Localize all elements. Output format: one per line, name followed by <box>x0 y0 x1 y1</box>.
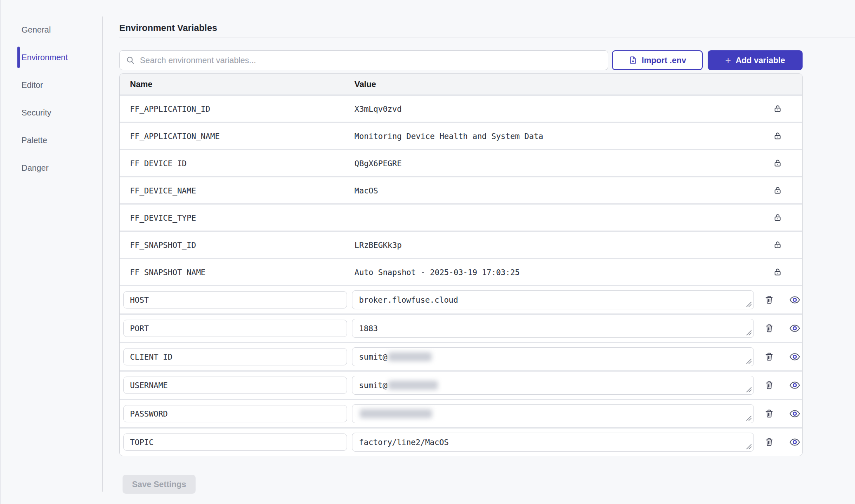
resize-handle-icon[interactable] <box>746 415 752 421</box>
lock-icon <box>773 267 782 277</box>
trash-icon <box>764 323 774 333</box>
trash-icon <box>764 380 774 390</box>
table-header: Name Value <box>120 74 802 94</box>
sidebar-item-palette[interactable]: Palette <box>1 127 102 154</box>
var-value: Auto Snapshot - 2025-03-19 17:03:25 <box>354 268 763 277</box>
var-value: LRzBEGKk3p <box>354 240 763 250</box>
add-variable-label: Add variable <box>736 56 785 65</box>
delete-variable-button[interactable] <box>764 380 774 390</box>
eye-icon <box>789 438 801 447</box>
trash-icon <box>764 437 774 447</box>
delete-variable-button[interactable] <box>764 409 774 419</box>
lock-icon <box>773 104 782 113</box>
sidebar-item-label: Danger <box>21 163 49 173</box>
var-name: FF_APPLICATION_ID <box>130 104 354 113</box>
var-value-text: 1883 <box>359 324 378 333</box>
add-variable-button[interactable]: + Add variable <box>708 50 803 70</box>
sidebar-item-label: Palette <box>21 136 47 145</box>
var-value-textarea[interactable]: factory/line2/MacOS <box>352 433 754 452</box>
var-value: Monitoring Device Health and System Data <box>354 132 763 141</box>
var-name: FF_DEVICE_NAME <box>130 186 354 195</box>
var-name: FF_APPLICATION_NAME <box>130 132 354 141</box>
lock-icon <box>773 186 782 195</box>
toggle-visibility-button[interactable] <box>789 295 801 304</box>
table-row: FF_APPLICATION_ID X3mLqv0zvd <box>120 96 802 122</box>
save-settings-button[interactable]: Save Settings <box>123 475 196 494</box>
search-box[interactable] <box>119 50 608 70</box>
import-env-button[interactable]: Import .env <box>612 50 703 70</box>
sidebar-item-label: Security <box>21 108 51 118</box>
toggle-visibility-button[interactable] <box>789 352 801 361</box>
toggle-visibility-button[interactable] <box>789 324 801 333</box>
var-name: FF_SNAPSHOT_ID <box>130 240 354 250</box>
redacted-blur <box>388 381 438 390</box>
resize-handle-icon[interactable] <box>746 358 752 364</box>
var-value-text: sumit@ <box>359 381 387 390</box>
column-header-name: Name <box>130 80 354 89</box>
table-row: broker.flowfuse.cloud <box>120 286 802 313</box>
var-name-input[interactable] <box>123 377 347 394</box>
title-divider <box>119 38 855 38</box>
var-name-input[interactable] <box>123 348 347 365</box>
device-settings-page: General Environment Editor Security Pale… <box>0 0 855 504</box>
var-value-textarea[interactable] <box>352 404 754 423</box>
var-value-textarea[interactable]: broker.flowfuse.cloud <box>352 290 754 309</box>
table-row <box>120 400 802 427</box>
var-value: X3mLqv0zvd <box>354 104 763 113</box>
settings-sidebar: General Environment Editor Security Pale… <box>1 16 102 182</box>
sidebar-item-security[interactable]: Security <box>1 99 102 127</box>
var-name-input[interactable] <box>123 405 347 422</box>
var-value: MacOS <box>354 186 763 195</box>
toggle-visibility-button[interactable] <box>789 409 801 418</box>
sidebar-item-label: Editor <box>21 80 43 90</box>
sidebar-item-danger[interactable]: Danger <box>1 154 102 182</box>
var-value-text: factory/line2/MacOS <box>359 438 449 447</box>
delete-variable-button[interactable] <box>764 295 774 305</box>
var-name-input[interactable] <box>123 291 347 309</box>
table-row: sumit@ <box>120 343 802 370</box>
resize-handle-icon[interactable] <box>746 444 752 450</box>
search-icon <box>126 56 135 65</box>
column-header-value: Value <box>354 80 763 89</box>
sidebar-item-general[interactable]: General <box>1 16 102 44</box>
table-row: 1883 <box>120 315 802 342</box>
resize-handle-icon[interactable] <box>746 387 752 393</box>
table-row: FF_DEVICE_TYPE <box>120 205 802 231</box>
trash-icon <box>764 352 774 362</box>
table-row: FF_SNAPSHOT_ID LRzBEGKk3p <box>120 232 802 258</box>
table-row: FF_APPLICATION_NAME Monitoring Device He… <box>120 123 802 149</box>
resize-handle-icon[interactable] <box>746 330 752 336</box>
lock-icon <box>773 131 782 141</box>
search-input[interactable] <box>139 52 608 69</box>
resize-handle-icon[interactable] <box>746 301 752 307</box>
sidebar-item-editor[interactable]: Editor <box>1 71 102 99</box>
var-name-input[interactable] <box>123 320 347 337</box>
plus-icon: + <box>725 55 731 65</box>
var-value-text: broker.flowfuse.cloud <box>359 295 458 304</box>
lock-icon <box>773 158 782 168</box>
var-value-textarea[interactable]: sumit@ <box>352 376 754 395</box>
var-name: FF_DEVICE_ID <box>130 159 354 168</box>
delete-variable-button[interactable] <box>764 352 774 362</box>
import-env-label: Import .env <box>642 56 686 65</box>
redacted-blur <box>360 409 432 418</box>
environment-variables-table: Name Value FF_APPLICATION_ID X3mLqv0zvd … <box>119 73 803 456</box>
var-name: FF_SNAPSHOT_NAME <box>130 268 354 277</box>
delete-variable-button[interactable] <box>764 323 774 333</box>
eye-icon <box>789 295 801 304</box>
toggle-visibility-button[interactable] <box>789 381 801 390</box>
var-name: FF_DEVICE_TYPE <box>130 213 354 222</box>
table-row: factory/line2/MacOS <box>120 429 802 456</box>
var-name-input[interactable] <box>123 433 347 451</box>
table-row: FF_DEVICE_ID QBgX6PEGRE <box>120 150 802 176</box>
sidebar-item-environment[interactable]: Environment <box>1 44 102 71</box>
var-value-textarea[interactable]: 1883 <box>352 319 754 338</box>
redacted-blur <box>388 352 432 361</box>
active-tab-indicator <box>17 47 20 68</box>
toggle-visibility-button[interactable] <box>789 438 801 447</box>
delete-variable-button[interactable] <box>764 437 774 447</box>
var-value-textarea[interactable]: sumit@ <box>352 347 754 366</box>
sidebar-divider <box>102 16 103 492</box>
lock-icon <box>773 213 782 222</box>
eye-icon <box>789 409 801 418</box>
